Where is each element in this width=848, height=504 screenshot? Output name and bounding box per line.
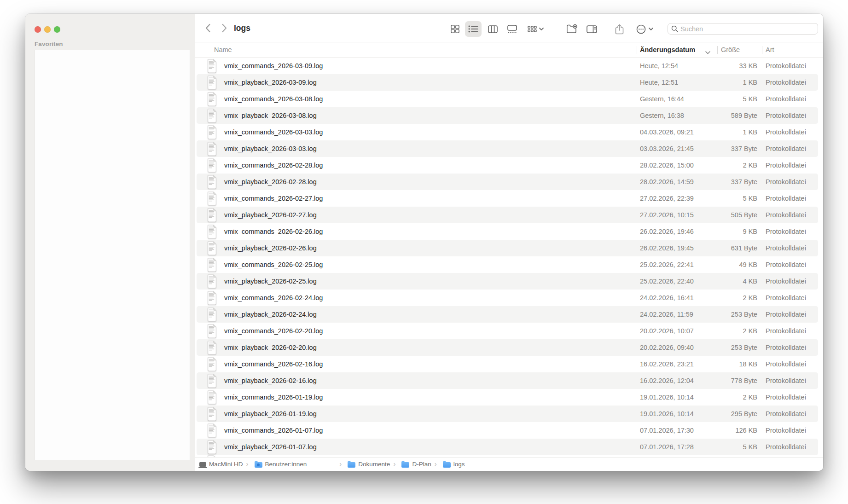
table-row[interactable]: vmix_playback_2026-03-09.log Heute, 12:5… xyxy=(197,74,818,91)
column-divider[interactable] xyxy=(717,46,718,54)
column-header-size[interactable]: Größe xyxy=(721,42,740,57)
search-input[interactable] xyxy=(668,23,818,35)
file-size: 2 KB xyxy=(717,394,762,401)
column-header-kind[interactable]: Art xyxy=(766,42,774,57)
document-icon xyxy=(206,59,218,73)
file-date: 16.02.2026, 12:04 xyxy=(637,377,717,384)
file-kind: Protokolldatei xyxy=(762,261,818,268)
file-size: 18 KB xyxy=(717,360,762,368)
breadcrumb-item[interactable]: logs xyxy=(431,460,465,469)
file-name: vmix_commands_2026-02-24.log xyxy=(224,294,323,301)
file-kind: Protokolldatei xyxy=(762,327,818,335)
forward-button[interactable] xyxy=(217,22,231,35)
file-size: 337 Byte xyxy=(717,145,762,152)
file-kind: Protokolldatei xyxy=(762,294,818,301)
file-list: vmix_commands_2026-03-09.log Heute, 12:5… xyxy=(195,58,823,457)
file-size: 337 Byte xyxy=(717,178,762,185)
file-name-cell: vmix_playback_2026-02-16.log xyxy=(197,374,637,388)
file-name-cell: vmix_playback_2026-02-24.log xyxy=(197,307,637,322)
file-name: vmix_commands_2026-02-27.log xyxy=(224,195,323,202)
toolbar-divider xyxy=(502,24,502,34)
file-name: vmix_commands_2026-02-28.log xyxy=(224,162,323,169)
file-name: vmix_commands_2026-02-25.log xyxy=(224,261,323,268)
list-column-headers: Name Änderungsdatum Größe Art xyxy=(195,42,823,58)
document-icon xyxy=(206,142,218,156)
table-row[interactable]: vmix_playback_2026-02-24.log 24.02.2026,… xyxy=(197,306,818,323)
new-folder-button[interactable] xyxy=(563,21,580,37)
file-name-cell: vmix_commands_2026-02-25.log xyxy=(197,258,637,272)
file-date: 26.02.2026, 19:45 xyxy=(637,244,717,252)
breadcrumb-label: D-Plan xyxy=(412,461,431,468)
file-name-cell: vmix_playback_2026-02-27.log xyxy=(197,208,637,222)
file-kind: Protokolldatei xyxy=(762,278,818,285)
close-button[interactable] xyxy=(35,26,41,33)
file-size: 1 KB xyxy=(717,79,762,86)
table-row[interactable]: vmix_commands_2026-02-24.log 24.02.2026,… xyxy=(197,290,818,306)
table-row[interactable]: vmix_commands_2026-01-19.log 19.01.2026,… xyxy=(197,389,818,406)
document-icon xyxy=(206,455,218,457)
back-button[interactable] xyxy=(201,22,215,35)
document-icon xyxy=(206,109,218,123)
table-row[interactable]: vmix_commands_2026-01-07.log 07.01.2026,… xyxy=(197,422,818,439)
file-kind: Protokolldatei xyxy=(762,162,818,169)
file-name-cell: vmix_playback_2026-02-28.log xyxy=(197,175,637,189)
minimize-button[interactable] xyxy=(44,26,51,33)
list-view-button[interactable] xyxy=(465,21,482,37)
table-row[interactable]: vmix_commands_2026-03-08.log Gestern, 16… xyxy=(197,91,818,107)
breadcrumb-label: Dokumente xyxy=(358,461,390,468)
zoom-button[interactable] xyxy=(54,26,60,33)
column-view-button[interactable] xyxy=(484,21,501,37)
table-row[interactable]: vmix_playback_2026-02-20.log 20.02.2026,… xyxy=(197,339,818,356)
file-date: Heute, 12:51 xyxy=(637,79,717,86)
toolbar: logs xyxy=(195,14,823,42)
table-row[interactable]: vmix_playback_2026-02-28.log 28.02.2026,… xyxy=(197,174,818,190)
document-icon xyxy=(206,390,218,405)
table-row[interactable]: vmix_playback_2026-02-25.log 25.02.2026,… xyxy=(197,273,818,290)
sidebar-toggle-button[interactable] xyxy=(583,21,600,37)
column-divider[interactable] xyxy=(637,46,637,54)
breadcrumb-item[interactable]: D-Plan xyxy=(390,460,431,469)
table-row[interactable]: vmix_commands_2026-02-26.log 26.02.2026,… xyxy=(197,223,818,240)
table-row[interactable]: vmix_commands_2026-03-03.log 04.03.2026,… xyxy=(197,124,818,140)
column-divider[interactable] xyxy=(762,46,762,54)
table-row[interactable]: vmix_commands_2026-02-25.log 25.02.2026,… xyxy=(197,256,818,273)
table-row[interactable]: vmix_playback_2026-02-26.log 26.02.2026,… xyxy=(197,240,818,256)
file-name-cell: vmix_commands_2026-02-28.log xyxy=(197,158,637,173)
share-icon xyxy=(615,24,624,35)
more-options-button[interactable] xyxy=(632,21,657,37)
file-size: 2 KB xyxy=(717,162,762,169)
table-row[interactable]: vmix_playback_2026-02-27.log 27.02.2026,… xyxy=(197,207,818,223)
breadcrumb-item[interactable]: MacMini HD xyxy=(199,461,243,468)
file-name-cell: vmix_playback_2026-02-20.log xyxy=(197,341,637,355)
more-options-icon xyxy=(636,24,646,34)
table-row[interactable]: vmix_commands_2026-02-28.log 28.02.2026,… xyxy=(197,157,818,174)
grid-view-button[interactable] xyxy=(447,21,463,37)
table-row[interactable]: vmix_commands_2026-02-27.log 27.02.2026,… xyxy=(197,190,818,207)
breadcrumb-item[interactable]: Benutzer:innen xyxy=(243,460,307,469)
table-row[interactable]: vmix_commands_2026-02-16.log 16.02.2026,… xyxy=(197,356,818,372)
table-row[interactable]: vmix_playback_2026-03-03.log 03.03.2026,… xyxy=(197,140,818,157)
gallery-view-button[interactable] xyxy=(504,21,520,37)
file-name: vmix_playback_2026-02-16.log xyxy=(224,377,317,384)
breadcrumb-item[interactable]: Dokumente xyxy=(336,460,390,469)
table-row[interactable]: vmix_commands_2026-02-20.log 20.02.2026,… xyxy=(197,323,818,339)
file-size: 2 KB xyxy=(717,327,762,335)
file-name: vmix_playback_2026-02-25.log xyxy=(224,278,317,285)
file-name-cell: vmix_playback_2026-03-08.log xyxy=(197,109,637,123)
file-size: 253 Byte xyxy=(717,311,762,318)
breadcrumb-icon xyxy=(348,462,355,468)
file-name: vmix_playback_2026-01-07.log xyxy=(224,443,317,451)
table-row[interactable]: vmix_playback_2026-01-19.log 19.01.2026,… xyxy=(197,406,818,422)
breadcrumb-icon xyxy=(255,462,262,468)
file-size: 505 Byte xyxy=(717,211,762,219)
table-row[interactable]: vmix_playback_2026-02-16.log 16.02.2026,… xyxy=(197,372,818,389)
table-row[interactable]: vmix_commands_2026-03-09.log Heute, 12:5… xyxy=(197,58,818,74)
column-header-name[interactable]: Name xyxy=(214,42,232,57)
column-header-date[interactable]: Änderungsdatum xyxy=(640,42,695,57)
group-by-button[interactable] xyxy=(524,21,546,37)
document-icon xyxy=(206,291,218,305)
table-row[interactable]: vmix_playback_2026-01-07.log 07.01.2026,… xyxy=(197,439,818,455)
table-row[interactable]: vmix_playback_2026-03-08.log Gestern, 16… xyxy=(197,107,818,124)
share-button[interactable] xyxy=(611,21,627,37)
file-size: 2 KB xyxy=(717,294,762,301)
